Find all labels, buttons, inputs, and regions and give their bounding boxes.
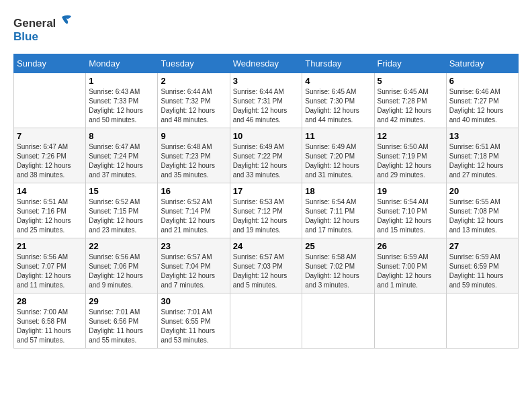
- calendar-table: SundayMondayTuesdayWednesdayThursdayFrid…: [13, 54, 519, 349]
- day-info: Sunrise: 6:47 AM Sunset: 7:24 PM Dayligh…: [89, 142, 154, 180]
- day-number: 25: [305, 241, 371, 251]
- calendar-cell: 28Sunrise: 7:00 AM Sunset: 6:58 PM Dayli…: [14, 293, 86, 349]
- calendar-cell: 25Sunrise: 6:58 AM Sunset: 7:02 PM Dayli…: [302, 238, 374, 293]
- day-info: Sunrise: 6:51 AM Sunset: 7:16 PM Dayligh…: [17, 197, 83, 235]
- calendar-cell: 22Sunrise: 6:56 AM Sunset: 7:06 PM Dayli…: [86, 238, 158, 293]
- day-info: Sunrise: 6:46 AM Sunset: 7:27 PM Dayligh…: [449, 87, 515, 125]
- day-info: Sunrise: 6:50 AM Sunset: 7:19 PM Dayligh…: [378, 142, 443, 180]
- calendar-cell: [302, 293, 374, 349]
- day-number: 30: [161, 296, 226, 306]
- day-info: Sunrise: 7:00 AM Sunset: 6:58 PM Dayligh…: [17, 308, 83, 345]
- calendar-cell: 29Sunrise: 7:01 AM Sunset: 6:56 PM Dayli…: [86, 293, 158, 349]
- calendar-cell: 20Sunrise: 6:55 AM Sunset: 7:08 PM Dayli…: [446, 183, 518, 238]
- day-info: Sunrise: 6:44 AM Sunset: 7:32 PM Dayligh…: [161, 87, 226, 125]
- header-saturday: Saturday: [446, 54, 518, 73]
- calendar-cell: 6Sunrise: 6:46 AM Sunset: 7:27 PM Daylig…: [446, 73, 518, 128]
- day-number: 12: [378, 131, 443, 141]
- day-number: 6: [449, 76, 515, 86]
- day-info: Sunrise: 6:52 AM Sunset: 7:14 PM Dayligh…: [161, 197, 226, 235]
- day-info: Sunrise: 6:54 AM Sunset: 7:10 PM Dayligh…: [378, 197, 443, 235]
- calendar-cell: [230, 293, 302, 349]
- day-info: Sunrise: 6:56 AM Sunset: 7:07 PM Dayligh…: [17, 253, 83, 290]
- day-number: 2: [161, 76, 226, 86]
- day-info: Sunrise: 6:48 AM Sunset: 7:23 PM Dayligh…: [161, 142, 226, 180]
- calendar-week-row: 14Sunrise: 6:51 AM Sunset: 7:16 PM Dayli…: [14, 183, 519, 238]
- calendar-cell: 7Sunrise: 6:47 AM Sunset: 7:26 PM Daylig…: [14, 128, 86, 183]
- calendar-cell: 12Sunrise: 6:50 AM Sunset: 7:19 PM Dayli…: [374, 128, 446, 183]
- day-info: Sunrise: 6:44 AM Sunset: 7:31 PM Dayligh…: [233, 87, 300, 125]
- day-number: 17: [233, 186, 300, 196]
- calendar-cell: 10Sunrise: 6:49 AM Sunset: 7:22 PM Dayli…: [230, 128, 302, 183]
- logo-svg: General Blue: [13, 13, 74, 47]
- day-number: 15: [89, 186, 154, 196]
- day-number: 26: [378, 241, 443, 251]
- day-info: Sunrise: 6:59 AM Sunset: 7:00 PM Dayligh…: [378, 253, 443, 290]
- calendar-cell: 24Sunrise: 6:57 AM Sunset: 7:03 PM Dayli…: [230, 238, 302, 293]
- calendar-cell: [14, 73, 86, 128]
- calendar-cell: [446, 293, 518, 349]
- day-number: 27: [449, 241, 515, 251]
- calendar-cell: 8Sunrise: 6:47 AM Sunset: 7:24 PM Daylig…: [86, 128, 158, 183]
- day-info: Sunrise: 6:45 AM Sunset: 7:28 PM Dayligh…: [378, 87, 443, 125]
- day-info: Sunrise: 6:49 AM Sunset: 7:22 PM Dayligh…: [233, 142, 300, 180]
- calendar-cell: 23Sunrise: 6:57 AM Sunset: 7:04 PM Dayli…: [158, 238, 230, 293]
- day-number: 10: [233, 131, 300, 141]
- calendar-cell: 16Sunrise: 6:52 AM Sunset: 7:14 PM Dayli…: [158, 183, 230, 238]
- day-number: 29: [89, 296, 154, 306]
- calendar-cell: 15Sunrise: 6:52 AM Sunset: 7:15 PM Dayli…: [86, 183, 158, 238]
- calendar-cell: 26Sunrise: 6:59 AM Sunset: 7:00 PM Dayli…: [374, 238, 446, 293]
- day-number: 19: [378, 186, 443, 196]
- day-info: Sunrise: 6:47 AM Sunset: 7:26 PM Dayligh…: [17, 142, 83, 180]
- day-number: 28: [17, 296, 83, 306]
- day-info: Sunrise: 6:51 AM Sunset: 7:18 PM Dayligh…: [449, 142, 515, 180]
- header-thursday: Thursday: [302, 54, 374, 73]
- day-number: 8: [89, 131, 154, 141]
- logo: General Blue: [13, 13, 74, 47]
- day-info: Sunrise: 6:53 AM Sunset: 7:12 PM Dayligh…: [233, 197, 300, 235]
- header-friday: Friday: [374, 54, 446, 73]
- day-number: 16: [161, 186, 226, 196]
- day-info: Sunrise: 6:54 AM Sunset: 7:11 PM Dayligh…: [305, 197, 371, 235]
- calendar-week-row: 28Sunrise: 7:00 AM Sunset: 6:58 PM Dayli…: [14, 293, 519, 349]
- calendar-cell: 30Sunrise: 7:01 AM Sunset: 6:55 PM Dayli…: [158, 293, 230, 349]
- calendar-cell: 21Sunrise: 6:56 AM Sunset: 7:07 PM Dayli…: [14, 238, 86, 293]
- day-number: 21: [17, 241, 83, 251]
- day-info: Sunrise: 7:01 AM Sunset: 6:55 PM Dayligh…: [161, 308, 226, 345]
- svg-text:General: General: [13, 17, 56, 30]
- calendar-cell: 9Sunrise: 6:48 AM Sunset: 7:23 PM Daylig…: [158, 128, 230, 183]
- day-info: Sunrise: 6:57 AM Sunset: 7:04 PM Dayligh…: [161, 253, 226, 290]
- header-wednesday: Wednesday: [230, 54, 302, 73]
- calendar-cell: 2Sunrise: 6:44 AM Sunset: 7:32 PM Daylig…: [158, 73, 230, 128]
- calendar-week-row: 7Sunrise: 6:47 AM Sunset: 7:26 PM Daylig…: [14, 128, 519, 183]
- calendar-cell: 18Sunrise: 6:54 AM Sunset: 7:11 PM Dayli…: [302, 183, 374, 238]
- calendar-week-row: 21Sunrise: 6:56 AM Sunset: 7:07 PM Dayli…: [14, 238, 519, 293]
- calendar-cell: 5Sunrise: 6:45 AM Sunset: 7:28 PM Daylig…: [374, 73, 446, 128]
- day-number: 13: [449, 131, 515, 141]
- header-tuesday: Tuesday: [158, 54, 230, 73]
- svg-text:Blue: Blue: [13, 30, 38, 43]
- day-info: Sunrise: 6:43 AM Sunset: 7:33 PM Dayligh…: [89, 87, 154, 125]
- day-info: Sunrise: 6:55 AM Sunset: 7:08 PM Dayligh…: [449, 197, 515, 235]
- day-info: Sunrise: 6:49 AM Sunset: 7:20 PM Dayligh…: [305, 142, 371, 180]
- calendar-cell: 11Sunrise: 6:49 AM Sunset: 7:20 PM Dayli…: [302, 128, 374, 183]
- day-info: Sunrise: 6:45 AM Sunset: 7:30 PM Dayligh…: [305, 87, 371, 125]
- day-number: 22: [89, 241, 154, 251]
- calendar-cell: 17Sunrise: 6:53 AM Sunset: 7:12 PM Dayli…: [230, 183, 302, 238]
- day-number: 20: [449, 186, 515, 196]
- calendar-cell: 19Sunrise: 6:54 AM Sunset: 7:10 PM Dayli…: [374, 183, 446, 238]
- day-info: Sunrise: 6:56 AM Sunset: 7:06 PM Dayligh…: [89, 253, 154, 290]
- day-info: Sunrise: 6:57 AM Sunset: 7:03 PM Dayligh…: [233, 253, 300, 290]
- day-number: 11: [305, 131, 371, 141]
- calendar-header-row: SundayMondayTuesdayWednesdayThursdayFrid…: [14, 54, 519, 73]
- day-number: 18: [305, 186, 371, 196]
- header-monday: Monday: [86, 54, 158, 73]
- calendar-cell: 1Sunrise: 6:43 AM Sunset: 7:33 PM Daylig…: [86, 73, 158, 128]
- day-number: 7: [17, 131, 83, 141]
- day-number: 4: [305, 76, 371, 86]
- calendar-cell: 3Sunrise: 6:44 AM Sunset: 7:31 PM Daylig…: [230, 73, 302, 128]
- calendar-week-row: 1Sunrise: 6:43 AM Sunset: 7:33 PM Daylig…: [14, 73, 519, 128]
- day-info: Sunrise: 6:59 AM Sunset: 6:59 PM Dayligh…: [449, 253, 515, 290]
- calendar-cell: 14Sunrise: 6:51 AM Sunset: 7:16 PM Dayli…: [14, 183, 86, 238]
- day-number: 14: [17, 186, 83, 196]
- header-sunday: Sunday: [14, 54, 86, 73]
